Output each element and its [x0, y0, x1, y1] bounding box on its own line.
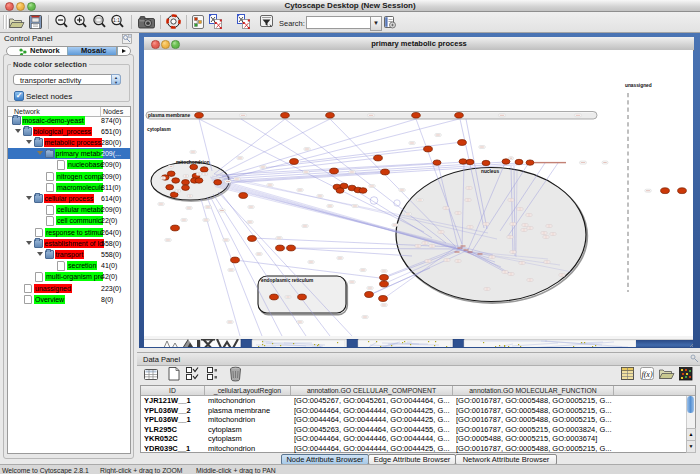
svg-text:f(x): f(x) — [641, 370, 652, 379]
svg-text:plasma membrane: plasma membrane — [148, 113, 190, 118]
svg-text:1:1: 1:1 — [113, 17, 120, 23]
svg-text:cytoplasm: cytoplasm — [147, 127, 171, 132]
svg-text:nucleus: nucleus — [481, 169, 499, 174]
svg-text:unassigned: unassigned — [625, 83, 652, 88]
